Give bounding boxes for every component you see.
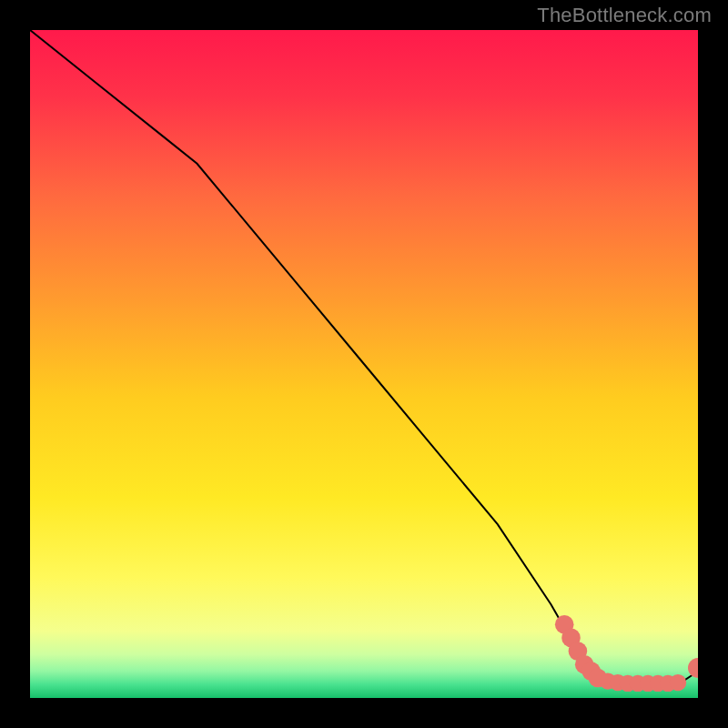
watermark-label: TheBottleneck.com [537,4,712,27]
chart-plot-area [30,30,698,698]
chart-frame: TheBottleneck.com [0,0,728,728]
chart-svg [30,30,698,698]
data-marker [670,674,686,691]
